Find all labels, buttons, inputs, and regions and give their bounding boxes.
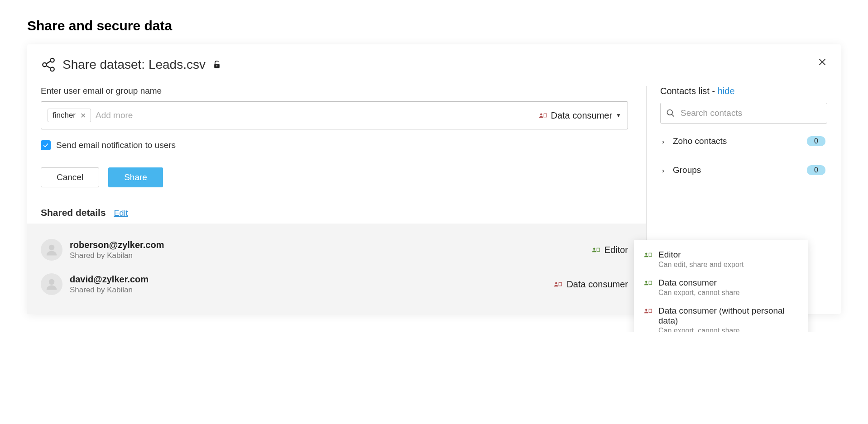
role-option-title: Data consumer — [658, 278, 740, 288]
svg-point-9 — [540, 114, 542, 116]
shared-user-email: david@zylker.com — [70, 274, 149, 285]
remove-chip-icon[interactable]: ✕ — [80, 111, 86, 120]
role-icon — [644, 308, 652, 332]
svg-point-17 — [667, 110, 672, 115]
svg-line-18 — [671, 114, 674, 116]
role-icon — [539, 112, 547, 119]
svg-point-1 — [50, 58, 54, 62]
cancel-button[interactable]: Cancel — [41, 167, 99, 187]
contacts-panel: Contacts list - hide › Zoho contacts 0 ›… — [646, 86, 827, 314]
avatar-icon — [41, 273, 62, 295]
contacts-group-count: 0 — [807, 165, 825, 175]
share-form: Enter user email or group name fincher ✕… — [41, 86, 646, 314]
chevron-down-icon: ▼ — [616, 112, 621, 119]
lock-open-icon — [212, 60, 222, 70]
recipient-placeholder: Add more — [96, 110, 133, 120]
contacts-group-zoho[interactable]: › Zoho contacts 0 — [660, 130, 827, 152]
recipient-field-label: Enter user email or group name — [41, 86, 628, 96]
svg-rect-10 — [544, 114, 547, 117]
role-icon — [644, 280, 652, 297]
contacts-group-label: Zoho contacts — [673, 136, 727, 146]
hide-contacts-link[interactable]: hide — [718, 86, 735, 96]
notify-checkbox[interactable] — [41, 140, 51, 150]
contacts-group-groups[interactable]: › Groups 0 — [660, 159, 827, 181]
svg-rect-16 — [559, 282, 562, 286]
role-option-sub: Can export, cannot share — [658, 289, 740, 297]
role-option-editor[interactable]: Editor Can edit, share and export — [634, 245, 808, 273]
svg-line-3 — [46, 61, 51, 64]
shared-user-role: Data consumer — [554, 279, 633, 290]
contacts-group-label: Groups — [673, 165, 701, 175]
shared-user-email: roberson@zylker.com — [70, 240, 164, 250]
role-option-sub: Can export, cannot share — [658, 327, 798, 332]
share-icon — [41, 57, 56, 72]
role-dropdown: Editor Can edit, share and export Data c… — [634, 240, 808, 332]
role-option-consumer-anon[interactable]: Data consumer (without personal data) Ca… — [634, 301, 808, 332]
shared-user-role: Editor — [592, 245, 633, 255]
role-selected-label: Data consumer — [551, 110, 612, 121]
close-icon[interactable] — [817, 57, 827, 67]
svg-point-23 — [645, 309, 647, 311]
chevron-right-icon: › — [662, 138, 668, 145]
avatar-icon — [41, 239, 62, 261]
contacts-list-label: Contacts list - — [660, 86, 718, 96]
shared-user-sub: Shared by Kabilan — [70, 251, 164, 260]
shared-details-heading: Shared details — [41, 207, 106, 218]
shared-user-sub: Shared by Kabilan — [70, 286, 149, 295]
role-option-consumer[interactable]: Data consumer Can export, cannot share — [634, 273, 808, 301]
svg-point-12 — [593, 248, 595, 250]
recipient-input[interactable]: fincher ✕ Add more Data consumer ▼ — [41, 101, 628, 129]
role-option-sub: Can edit, share and export — [658, 261, 744, 269]
dialog-header: Share dataset: Leads.csv — [41, 57, 827, 72]
contacts-title: Contacts list - hide — [660, 86, 827, 96]
shared-row: david@zylker.com Shared by Kabilan Data … — [38, 267, 635, 301]
recipient-chip: fincher ✕ — [48, 109, 91, 122]
search-icon — [666, 108, 675, 118]
svg-point-11 — [49, 245, 55, 251]
share-button[interactable]: Share — [108, 167, 163, 187]
role-option-title: Data consumer (without personal data) — [658, 306, 798, 326]
notify-label: Send email notification to users — [56, 140, 176, 150]
svg-line-4 — [46, 66, 51, 68]
shared-role-label: Data consumer — [566, 279, 628, 290]
svg-rect-20 — [649, 253, 652, 257]
svg-rect-13 — [597, 248, 599, 252]
dialog-title: Share dataset: Leads.csv — [62, 57, 206, 72]
svg-point-21 — [645, 281, 647, 283]
contacts-group-count: 0 — [807, 136, 825, 146]
search-contacts-input[interactable] — [660, 103, 827, 124]
role-icon — [592, 247, 600, 253]
svg-point-19 — [645, 253, 647, 255]
search-contacts-field[interactable] — [681, 108, 821, 118]
svg-point-2 — [50, 67, 54, 71]
svg-rect-22 — [649, 281, 652, 285]
chevron-right-icon: › — [662, 167, 668, 174]
recipient-chip-text: fincher — [53, 111, 76, 120]
svg-point-15 — [555, 282, 557, 285]
edit-shared-link[interactable]: Edit — [114, 209, 128, 218]
shared-row: roberson@zylker.com Shared by Kabilan Ed… — [38, 233, 635, 267]
shared-role-label: Editor — [604, 245, 628, 255]
share-dialog: Share dataset: Leads.csv Enter user emai… — [27, 44, 841, 314]
svg-point-14 — [49, 279, 55, 285]
page-title: Share and secure data — [27, 18, 841, 33]
role-icon — [644, 252, 652, 269]
role-icon — [554, 281, 562, 287]
role-selector[interactable]: Data consumer ▼ — [539, 110, 621, 121]
svg-rect-24 — [649, 309, 652, 313]
role-option-title: Editor — [658, 250, 744, 260]
svg-point-6 — [216, 65, 218, 67]
shared-list: roberson@zylker.com Shared by Kabilan Ed… — [27, 224, 646, 314]
svg-point-0 — [43, 63, 47, 67]
